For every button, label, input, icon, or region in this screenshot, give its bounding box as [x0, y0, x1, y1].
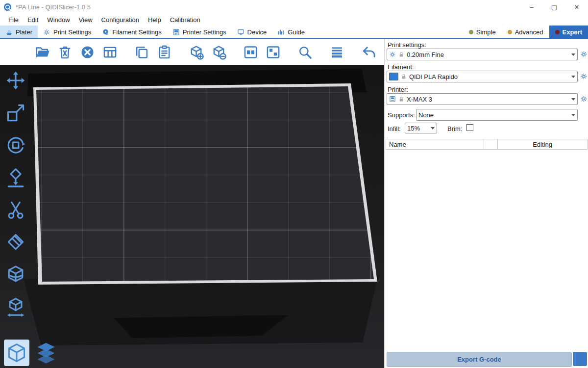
gizmo-toolbar: [4, 69, 27, 319]
mode-label: Expert: [563, 28, 582, 36]
menu-view[interactable]: View: [74, 15, 97, 25]
paint-supports-tool-button[interactable]: [4, 231, 27, 254]
export-gcode-button[interactable]: Export G-code: [387, 352, 572, 367]
delete-button[interactable]: [57, 44, 73, 60]
printer-mini-icon: [389, 96, 396, 103]
tab-device[interactable]: Device: [232, 26, 272, 38]
editor-view-button[interactable]: [4, 340, 29, 366]
object-list-header: Name Editing: [386, 139, 588, 150]
device-icon: [237, 28, 245, 36]
view-toggle-group: [4, 340, 59, 366]
window-title: *PA Line - QIDISlicer-1.0.5: [16, 3, 91, 11]
tab-plater[interactable]: Plater: [0, 26, 38, 38]
mode-simple[interactable]: Simple: [463, 26, 502, 38]
menu-file[interactable]: File: [4, 15, 23, 25]
tab-filament-settings[interactable]: Filament Settings: [97, 26, 167, 38]
column-editing: Editing: [498, 139, 587, 149]
paint-supports-icon: [5, 232, 26, 253]
variable-layer-height-button[interactable]: [329, 44, 345, 60]
print-settings-gear-button[interactable]: [580, 51, 588, 58]
preview-layers-icon: [35, 342, 57, 364]
paste-button[interactable]: [156, 44, 172, 60]
filament-gear-button[interactable]: [580, 73, 588, 80]
tab-printer-settings[interactable]: Printer Settings: [167, 26, 232, 38]
supports-value: None: [418, 111, 434, 119]
open-file-button[interactable]: [34, 44, 50, 60]
split-parts-button[interactable]: [265, 44, 281, 60]
place-on-face-icon: [5, 167, 26, 188]
tab-guide[interactable]: Guide: [272, 26, 310, 38]
delete-all-icon: [80, 45, 95, 60]
tab-label: Filament Settings: [112, 28, 161, 36]
viewport-3d[interactable]: [0, 65, 384, 368]
arrange-icon: [102, 45, 118, 60]
menu-configuration[interactable]: Configuration: [97, 15, 144, 25]
move-icon: [5, 70, 26, 91]
seam-tool-button[interactable]: [4, 263, 27, 287]
mode-label: Simple: [476, 28, 496, 36]
copy-button[interactable]: [134, 44, 150, 60]
supports-combo[interactable]: None: [416, 109, 578, 121]
printer-combo[interactable]: X-MAX 3: [387, 93, 578, 105]
mode-group: Simple Advanced Expert: [463, 26, 588, 38]
chevron-down-icon: [431, 127, 435, 130]
seam-icon: [5, 264, 26, 286]
paste-icon: [157, 45, 172, 60]
mode-label: Advanced: [515, 28, 543, 36]
split-to-parts-icon: [266, 45, 281, 60]
lock-icon: [401, 74, 407, 79]
menu-bar: File Edit Window View Configuration Help…: [0, 14, 588, 26]
lock-icon: [398, 96, 404, 102]
rotate-tool-button[interactable]: [4, 133, 27, 157]
tab-label: Device: [247, 28, 267, 36]
print-settings-value: 0.20mm Fine: [407, 51, 444, 58]
minimize-button[interactable]: –: [520, 0, 543, 14]
place-on-face-tool-button[interactable]: [4, 166, 27, 189]
measure-tool-button[interactable]: [4, 295, 27, 319]
print-settings-combo[interactable]: 0.20mm Fine: [387, 49, 578, 60]
delete-all-button[interactable]: [79, 44, 96, 60]
supports-label: Supports:: [388, 111, 415, 119]
export-options-button[interactable]: [573, 352, 587, 366]
close-button[interactable]: ✕: [565, 0, 588, 14]
menu-help[interactable]: Help: [144, 15, 166, 25]
tab-print-settings[interactable]: Print Settings: [38, 26, 97, 38]
mode-expert[interactable]: Expert: [549, 26, 588, 38]
maximize-button[interactable]: ▢: [543, 0, 565, 14]
mode-advanced[interactable]: Advanced: [502, 26, 549, 38]
app-logo-icon: [3, 3, 12, 11]
lock-icon: [398, 52, 404, 57]
infill-combo[interactable]: 15%: [405, 123, 437, 133]
brim-checkbox[interactable]: [466, 124, 473, 131]
column-extruder: [484, 139, 498, 149]
brim-label: Brim:: [447, 125, 462, 132]
filament-value: QIDI PLA Rapido: [409, 73, 458, 80]
add-instance-icon: [189, 45, 204, 60]
split-to-objects-icon: [243, 45, 258, 60]
printer-gear-button[interactable]: [580, 95, 588, 103]
gear-icon: [580, 95, 588, 103]
add-instance-button[interactable]: [188, 44, 204, 60]
remove-instance-icon: [211, 45, 226, 60]
scale-tool-button[interactable]: [4, 101, 27, 125]
filament-combo[interactable]: QIDI PLA Rapido: [387, 71, 578, 82]
arrange-button[interactable]: [102, 44, 118, 60]
print-settings-label: Print settings:: [388, 41, 426, 49]
gear-icon: [580, 73, 588, 80]
variable-layer-height-icon: [329, 45, 344, 60]
undo-icon: [361, 45, 376, 60]
printer-label: Printer:: [388, 86, 408, 93]
guide-icon: [277, 28, 285, 36]
menu-calibration[interactable]: Calibration: [166, 15, 205, 25]
menu-edit[interactable]: Edit: [23, 15, 43, 25]
search-button[interactable]: [297, 44, 313, 60]
simple-mode-dot: [469, 30, 473, 34]
split-objects-button[interactable]: [243, 44, 259, 60]
menu-window[interactable]: Window: [43, 15, 74, 25]
chevron-down-icon: [571, 76, 575, 78]
cut-tool-button[interactable]: [4, 198, 27, 222]
move-tool-button[interactable]: [4, 69, 27, 92]
remove-instance-button[interactable]: [211, 44, 227, 60]
undo-button[interactable]: [361, 44, 377, 60]
preview-view-button[interactable]: [33, 340, 59, 366]
